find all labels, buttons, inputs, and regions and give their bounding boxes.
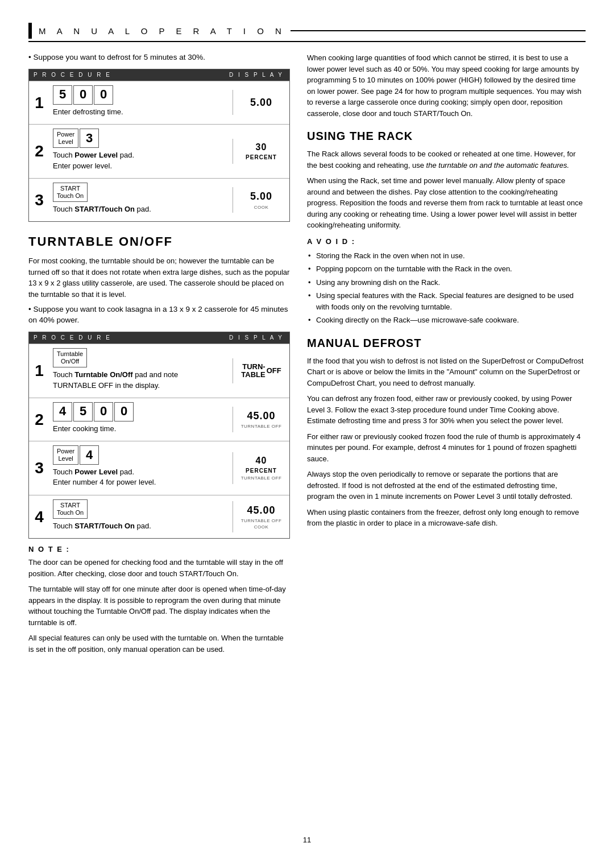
turntable-caption-1: Touch Turntable On/Off pad and noteTURNT… bbox=[53, 367, 229, 393]
main-content: Suppose you want to defrost for 5 minute… bbox=[28, 52, 586, 824]
proc-header-2: P R O C E D U R E D I S P L A Y bbox=[29, 332, 289, 344]
procedure-table-2: P R O C E D U R E D I S P L A Y 1 Turnta… bbox=[28, 332, 290, 539]
turntable-display-2: 45.00 TURNTABLE OFF bbox=[233, 407, 289, 432]
turntable-key-group-3: PowerLevel 4 bbox=[53, 445, 229, 465]
display-turn-word: TURN-TABLE bbox=[241, 363, 265, 379]
right-intro: When cooking large quantities of food wh… bbox=[307, 52, 586, 119]
header-rule bbox=[291, 30, 586, 31]
caption-2: Touch Power Level pad.Enter power level. bbox=[53, 148, 229, 173]
turntable-bullet: Suppose you want to cook lasagna in a 13… bbox=[28, 304, 290, 326]
key-3[interactable]: 3 bbox=[80, 129, 99, 148]
proc-body-2: PowerLevel 3 Touch Power Level pad.Enter… bbox=[49, 127, 233, 175]
caption-3: Touch START/Touch On pad. bbox=[53, 202, 229, 217]
defrost-text-4: Always stop the oven periodically to rem… bbox=[307, 469, 586, 502]
turntable-key-group-2: 4 5 0 0 bbox=[53, 402, 229, 421]
turntable-proc-row-1: 1 TurntableOn/Off Touch Turntable On/Off… bbox=[29, 344, 289, 398]
avoid-item-5: Cooking directly on the Rack—use microwa… bbox=[307, 315, 586, 326]
key-5[interactable]: 5 bbox=[53, 85, 72, 105]
key-start-touchon[interactable]: STARTTouch On bbox=[53, 183, 88, 202]
note-heading: N O T E : bbox=[28, 544, 290, 555]
turntable-display-num-3: 40 bbox=[256, 454, 267, 467]
key-0a[interactable]: 0 bbox=[73, 85, 93, 105]
turntable-proc-row-2: 2 4 5 0 0 Enter cooking time. 45.00 TURN… bbox=[29, 398, 289, 441]
proc-num-2: 2 bbox=[29, 140, 49, 162]
turntable-display-sub-3: TURNTABLE OFF bbox=[241, 475, 282, 481]
turntable-proc-row-4: 4 STARTTouch On Touch START/Touch On pad… bbox=[29, 495, 289, 539]
proc-num-3: 3 bbox=[29, 189, 49, 211]
note-text-1: The door can be opened for checking food… bbox=[28, 557, 290, 579]
avoid-heading: A V O I D : bbox=[307, 237, 586, 247]
turntable-proc-row-3: 3 PowerLevel 4 Touch Power Level pad.Ent… bbox=[29, 441, 289, 495]
display-num-3: 5.00 bbox=[250, 189, 272, 204]
display-2: 30 PERCENT bbox=[233, 139, 289, 164]
avoid-list: Storing the Rack in the oven when not in… bbox=[307, 250, 586, 326]
avoid-item-1: Storing the Rack in the oven when not in… bbox=[307, 250, 586, 262]
header-title: M A N U A L O P E R A T I O N bbox=[39, 25, 286, 37]
proc-row-2: 2 PowerLevel 3 Touch Power Level pad.Ent… bbox=[29, 124, 289, 178]
avoid-item-3: Using any browning dish on the Rack. bbox=[307, 277, 586, 288]
turntable-display-4: 45.00 TURNTABLE OFF COOK bbox=[233, 501, 289, 533]
header-bar bbox=[28, 23, 32, 39]
key-0d[interactable]: 0 bbox=[114, 402, 134, 421]
defrost-heading: MANUAL DEFROST bbox=[307, 335, 586, 351]
turntable-key-group-1: TurntableOn/Off bbox=[53, 348, 229, 367]
proc-header-procedure: P R O C E D U R E bbox=[34, 71, 228, 79]
turntable-proc-num-3: 3 bbox=[29, 457, 49, 479]
left-column: Suppose you want to defrost for 5 minute… bbox=[28, 52, 290, 824]
turntable-proc-num-1: 1 bbox=[29, 359, 49, 382]
note-text-3: All special features can only be used wi… bbox=[28, 633, 290, 655]
turntable-proc-num-2: 2 bbox=[29, 408, 49, 431]
turntable-display-sub-2: TURNTABLE OFF bbox=[241, 423, 282, 429]
proc-header-1: P R O C E D U R E D I S P L A Y bbox=[29, 69, 289, 81]
proc-num-1: 1 bbox=[29, 92, 49, 114]
rack-text-2: When using the Rack, set time and power … bbox=[307, 175, 586, 231]
key-0b[interactable]: 0 bbox=[94, 85, 113, 105]
defrost-text-2: You can defrost any frozen food, either … bbox=[307, 393, 586, 427]
turntable-display-label-3: PERCENT bbox=[246, 467, 277, 475]
display-label-2: PERCENT bbox=[246, 154, 277, 162]
key-0c[interactable]: 0 bbox=[94, 402, 113, 421]
page-number: 11 bbox=[28, 835, 586, 845]
turntable-display-sub-4: TURNTABLE OFF COOK bbox=[235, 518, 287, 530]
header: M A N U A L O P E R A T I O N bbox=[28, 23, 586, 42]
proc-header-display-2: D I S P L A Y bbox=[228, 334, 285, 342]
proc-body-1: 5 0 0 Enter defrosting time. bbox=[49, 84, 233, 121]
display-3: 5.00 COOK bbox=[233, 187, 289, 212]
turntable-proc-body-4: STARTTouch On Touch START/Touch On pad. bbox=[49, 498, 233, 536]
key-5a[interactable]: 5 bbox=[73, 402, 93, 421]
caption-1: Enter defrosting time. bbox=[53, 105, 229, 120]
turntable-text1: For most cooking, the turntable should b… bbox=[28, 255, 290, 300]
turntable-proc-body-2: 4 5 0 0 Enter cooking time. bbox=[49, 401, 233, 438]
defrost-text-5: When using plastic containers from the f… bbox=[307, 507, 586, 529]
display-off: OFF bbox=[267, 366, 281, 376]
key-start-touchon-2[interactable]: STARTTouch On bbox=[53, 499, 88, 519]
right-column: When cooking large quantities of food wh… bbox=[307, 52, 586, 824]
proc-header-display: D I S P L A Y bbox=[228, 71, 285, 79]
turntable-display-1: TURN-TABLE OFF bbox=[233, 358, 289, 383]
rack-heading: USING THE RACK bbox=[307, 128, 586, 144]
proc-row-3: 3 STARTTouch On Touch START/Touch On pad… bbox=[29, 178, 289, 222]
defrost-intro: Suppose you want to defrost for 5 minute… bbox=[28, 52, 290, 63]
turntable-display-inner: TURN-TABLE OFF bbox=[241, 363, 281, 379]
turntable-caption-4: Touch START/Touch On pad. bbox=[53, 519, 229, 534]
turntable-key-group-4: STARTTouch On bbox=[53, 499, 229, 519]
display-sub-3: COOK bbox=[254, 204, 269, 210]
key-4b[interactable]: 4 bbox=[80, 445, 99, 465]
turntable-caption-3: Touch Power Level pad.Enter number 4 for… bbox=[53, 465, 229, 490]
key-group-1: 5 0 0 bbox=[53, 85, 229, 105]
key-power-level-2[interactable]: PowerLevel bbox=[53, 445, 78, 465]
key-4[interactable]: 4 bbox=[53, 402, 72, 421]
avoid-item-2: Popping popcorn on the turntable with th… bbox=[307, 263, 586, 275]
procedure-table-1: P R O C E D U R E D I S P L A Y 1 5 0 0 … bbox=[28, 69, 290, 222]
rack-text-1: The Rack allows several foods to be cook… bbox=[307, 148, 586, 171]
avoid-item-4: Using special features with the Rack. Sp… bbox=[307, 290, 586, 312]
display-num-2: 30 bbox=[256, 141, 267, 154]
defrost-text-1: If the food that you wish to defrost is … bbox=[307, 356, 586, 389]
turntable-caption-2: Enter cooking time. bbox=[53, 421, 229, 437]
key-power-level[interactable]: PowerLevel bbox=[53, 129, 78, 148]
turntable-display-num-4: 45.00 bbox=[247, 503, 275, 518]
key-turntable-onoff[interactable]: TurntableOn/Off bbox=[53, 348, 87, 367]
proc-row-1: 1 5 0 0 Enter defrosting time. 5.00 bbox=[29, 81, 289, 124]
turntable-proc-num-4: 4 bbox=[29, 506, 49, 528]
turntable-display-3: 40 PERCENT TURNTABLE OFF bbox=[233, 452, 289, 484]
